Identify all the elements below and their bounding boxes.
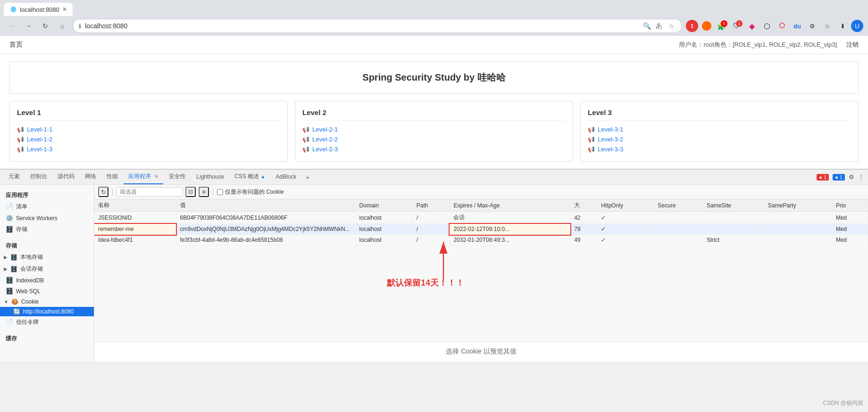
col-header-path[interactable]: Path: [412, 199, 450, 212]
extension-icon-4[interactable]: 🛡 1: [730, 19, 743, 33]
forward-button[interactable]: →: [22, 19, 35, 33]
show-issues-input[interactable]: [217, 189, 223, 195]
level-2-2-link[interactable]: 📢 Level-2-2: [302, 136, 566, 143]
local-storage-label: 本地存储: [20, 253, 43, 261]
devtools-settings-icon[interactable]: ⚙: [849, 173, 854, 181]
logout-button[interactable]: 注销: [846, 41, 859, 49]
cookie-size-cell: 42: [570, 212, 597, 224]
level-1-1-link[interactable]: 📢 Level-1-1: [17, 126, 280, 133]
expand-icon-session: ▶: [4, 266, 8, 272]
col-header-priority[interactable]: Prio: [832, 199, 868, 212]
devtools-tab-adblock[interactable]: AdBlock: [271, 171, 301, 184]
refresh-button[interactable]: ↻: [98, 187, 108, 197]
browser-tab[interactable]: 🌐 localhost:8080 ✕: [4, 3, 73, 16]
filter-input[interactable]: [117, 187, 183, 197]
devtools-tab-security[interactable]: 安全性: [164, 170, 191, 184]
tab-bar: 🌐 localhost:8080 ✕: [0, 0, 868, 16]
filter-options-button[interactable]: ⊟: [185, 187, 196, 197]
col-header-httponly[interactable]: HttpOnly: [597, 199, 654, 212]
level-3-2-link[interactable]: 📢 Level-3-2: [588, 136, 851, 143]
devtools-tab-performance[interactable]: 性能: [102, 170, 123, 184]
cookie-value-cell: 6B04F79038F064C08AA7DE11AB06806F: [176, 212, 355, 224]
col-header-expires[interactable]: Expires / Max-Age: [450, 199, 570, 212]
clear-filter-button[interactable]: ✕: [199, 187, 209, 197]
sidebar-item-indexeddb[interactable]: 🗄️ IndexedDB: [0, 275, 94, 286]
extension-icon-2[interactable]: [700, 19, 713, 33]
sidebar-item-websql[interactable]: 🗄️ Web SQL: [0, 286, 94, 297]
preview-text: 选择 Cookie 以预览其值: [446, 347, 516, 355]
col-header-secure[interactable]: Secure: [654, 199, 703, 212]
table-row[interactable]: JSESSIONID6B04F79038F064C08AA7DE11AB0680…: [94, 212, 868, 224]
level-1-2-link[interactable]: 📢 Level-1-2: [17, 136, 280, 143]
devtools-tab-css[interactable]: CSS 概述 ▲: [230, 170, 270, 184]
user-info: 用户名：root角色：[ROLE_vip1, ROLE_vip2, ROLE_v…: [679, 41, 837, 49]
sidebar-item-trust-tokens[interactable]: 📄 信任令牌: [0, 316, 94, 328]
level-3-3-link[interactable]: 📢 Level-3-3: [588, 146, 851, 153]
profile-icon[interactable]: U: [851, 20, 863, 32]
level-2-1-link[interactable]: 📢 Level-2-1: [302, 126, 566, 133]
devtools-add-tab-button[interactable]: +: [302, 172, 313, 183]
home-link[interactable]: 首页: [9, 41, 23, 49]
download-icon[interactable]: ⬇: [836, 19, 849, 33]
bookmark-icon[interactable]: ☆: [667, 21, 676, 31]
sidebar-item-service-workers[interactable]: ⚙️ Service Workers: [0, 213, 94, 223]
reload-button[interactable]: ↻: [39, 19, 52, 33]
devtools-tab-lighthouse[interactable]: Lighthouse: [192, 171, 229, 184]
devtools-tab-console[interactable]: 控制台: [25, 170, 52, 184]
devtools-tab-application[interactable]: 应用程序 ✕: [124, 170, 163, 184]
search-icon[interactable]: 🔍: [642, 21, 651, 31]
extension-icon-1[interactable]: 1: [686, 20, 698, 32]
translate-icon[interactable]: あ: [654, 21, 664, 31]
level-3-1-link[interactable]: 📢 Level-3-1: [588, 126, 851, 133]
devtools-main-panel: ↻ ⊟ ✕ 仅显示有问题的 Cookie 名称 值: [94, 185, 868, 362]
table-row[interactable]: Idea-fdbec4f1fe3f3cbf-4a8d-4e9b-86ab-dc4…: [94, 235, 868, 246]
trust-tokens-icon: 📄: [6, 319, 13, 326]
back-button[interactable]: ←: [5, 19, 18, 33]
sidebar-group-cookie-header[interactable]: ▼ 🍪 Cookie: [0, 297, 94, 307]
devtools-tab-elements[interactable]: 元素: [4, 170, 25, 184]
extension-icon-5[interactable]: ◆: [745, 19, 759, 33]
session-storage-icon: 🗄️: [10, 266, 17, 272]
devtools-tab-network[interactable]: 网络: [80, 170, 101, 184]
col-header-size[interactable]: 大: [570, 199, 597, 212]
devtools-warning-badge: ● 1: [833, 174, 845, 181]
col-header-domain[interactable]: Domain: [355, 199, 412, 212]
address-bar[interactable]: ℹ localhost:8080 🔍 あ ☆: [73, 19, 682, 33]
extension-icon-8[interactable]: du: [791, 19, 804, 33]
tab-close-application[interactable]: ✕: [154, 173, 159, 179]
sidebar-item-cookie-localhost[interactable]: 🔄 http://localhost:8080: [0, 307, 94, 316]
browser-toolbar-icons: 1 🧩 0 🛡 1 ◆ ⬡ O du: [686, 19, 863, 33]
cookie-path-cell: /: [412, 224, 450, 235]
cookie-localhost-icon: 🔄: [13, 308, 20, 315]
devtools-tab-source[interactable]: 源代码: [53, 170, 79, 184]
settings-icon[interactable]: ⚙: [806, 19, 819, 33]
sidebar-group-local-storage-header[interactable]: ▶ 🗄️ 本地存储: [0, 251, 94, 263]
cookie-httponly-cell: ✓: [597, 212, 654, 224]
home-button[interactable]: ⌂: [56, 19, 69, 33]
bottom-preview: 选择 Cookie 以预览其值: [94, 341, 868, 362]
col-header-value[interactable]: 值: [176, 199, 355, 212]
extension-icon-3[interactable]: 🧩 0: [715, 19, 728, 33]
show-issues-checkbox[interactable]: 仅显示有问题的 Cookie: [217, 188, 284, 196]
sidebar-item-manifest[interactable]: 📄 清单: [0, 201, 94, 213]
extension-icon-7[interactable]: O: [776, 19, 789, 33]
col-header-samesite[interactable]: SameSite: [703, 199, 764, 212]
extension-icon-6[interactable]: ⬡: [760, 19, 774, 33]
level-2-3-link[interactable]: 📢 Level-2-3: [302, 146, 566, 153]
url-display: localhost:8080: [85, 22, 638, 30]
table-row[interactable]: remember-mecm9vdDoxNjQ0NjU3MDAzNjg0OjUxM…: [94, 224, 868, 235]
devtools-more-icon[interactable]: ⋮: [858, 173, 864, 181]
col-header-sameparty[interactable]: SameParty: [764, 199, 832, 212]
devtools-error-badge: ● 1: [817, 174, 829, 181]
tab-close-button[interactable]: ✕: [62, 6, 67, 13]
sidebar-group-session-storage-header[interactable]: ▶ 🗄️ 会话存储: [0, 263, 94, 275]
sidebar-group-local-storage: ▶ 🗄️ 本地存储: [0, 251, 94, 263]
service-workers-label: Service Workers: [16, 215, 58, 222]
page-header: 首页 用户名：root角色：[ROLE_vip1, ROLE_vip2, ROL…: [0, 36, 868, 54]
sidebar-item-storage-main[interactable]: 🗄️ 存储: [0, 223, 94, 235]
bookmarks-icon[interactable]: ☆: [821, 19, 834, 33]
devtools: 元素 控制台 源代码 网络 性能 应用程序 ✕ 安全性 Lighthouse C…: [0, 169, 868, 362]
level-cards: Level 1 📢 Level-1-1 📢 Level-1-2 📢 Level-…: [0, 101, 868, 169]
col-header-name[interactable]: 名称: [94, 199, 176, 212]
level-1-3-link[interactable]: 📢 Level-1-3: [17, 146, 280, 153]
